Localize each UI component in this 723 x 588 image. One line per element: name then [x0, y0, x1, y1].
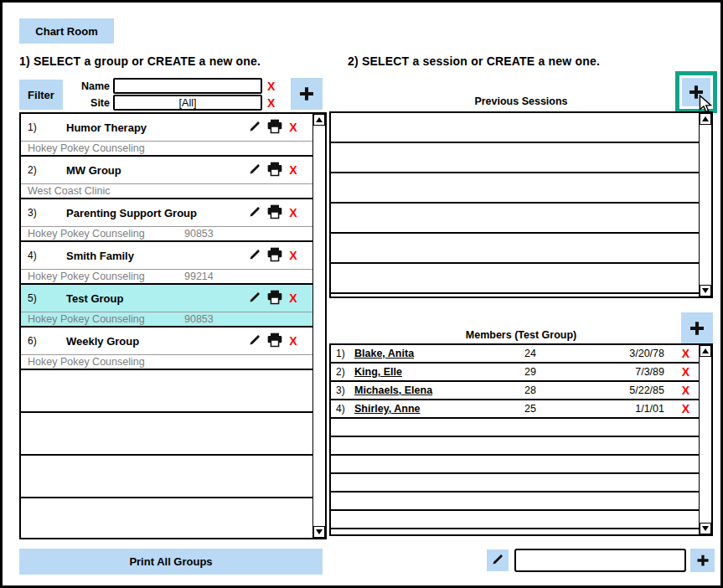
scroll-track[interactable]: [313, 126, 325, 526]
remove-member-button[interactable]: X: [673, 365, 699, 379]
empty-member-slot: [331, 474, 711, 493]
delete-group-button[interactable]: X: [285, 249, 302, 262]
add-group-button[interactable]: [291, 78, 323, 110]
empty-member-slot: [331, 437, 711, 456]
member-dob: 7/3/89: [564, 366, 673, 378]
delete-group-button[interactable]: X: [285, 206, 302, 219]
group-site: Hokey Pokey Counseling: [28, 271, 145, 282]
empty-group-slot: [21, 413, 325, 456]
group-site-row: Hokey Pokey Counseling: [21, 355, 325, 370]
group-row[interactable]: 3) Parenting Support Group X Hokey Pokey…: [21, 199, 325, 242]
empty-member-slot: [331, 456, 711, 474]
group-list: 1) Humor Therapy X Hokey Pokey Counselin…: [19, 112, 327, 539]
delete-group-button[interactable]: X: [285, 334, 302, 348]
scroll-down-arrow-icon[interactable]: [700, 285, 711, 297]
member-age: 29: [497, 366, 564, 378]
member-name-link[interactable]: Shirley, Anne: [354, 403, 497, 415]
remove-member-button[interactable]: X: [673, 347, 699, 360]
group-name-filter-input[interactable]: [113, 78, 262, 94]
session-name-input[interactable]: [514, 549, 686, 572]
group-code: 90853: [184, 313, 214, 325]
chart-room-button[interactable]: Chart Room: [19, 18, 114, 44]
remove-member-button[interactable]: X: [673, 402, 699, 415]
member-name-link[interactable]: Blake, Anita: [354, 348, 497, 359]
print-all-groups-button[interactable]: Print All Groups: [19, 549, 323, 575]
delete-group-button[interactable]: X: [285, 163, 302, 177]
scroll-down-arrow-icon[interactable]: [700, 523, 711, 534]
member-number: 1): [331, 348, 354, 359]
group-site: Hokey Pokey Counseling: [28, 228, 145, 240]
print-group-button[interactable]: [265, 161, 285, 179]
printer-icon: [266, 161, 283, 180]
group-number: 1): [28, 121, 49, 133]
scroll-down-arrow-icon[interactable]: [313, 526, 325, 538]
group-name[interactable]: Weekly Group: [66, 335, 139, 348]
print-group-button[interactable]: [265, 118, 285, 137]
print-group-button[interactable]: [265, 246, 285, 265]
group-number: 6): [28, 335, 49, 347]
group-name[interactable]: Smith Family: [66, 250, 134, 262]
pencil-icon: [249, 121, 261, 135]
sessions-scrollbar[interactable]: [699, 113, 711, 297]
remove-member-button[interactable]: X: [673, 384, 699, 397]
scroll-track[interactable]: [700, 357, 711, 523]
group-site: Hokey Pokey Counseling: [28, 313, 145, 325]
member-dob: 3/20/78: [564, 348, 673, 359]
group-site-row: West Coast Clinic: [21, 184, 325, 199]
clear-site-filter-button[interactable]: X: [267, 97, 275, 109]
pencil-icon: [249, 291, 261, 306]
members-scrollbar[interactable]: [699, 345, 711, 534]
scroll-up-arrow-icon[interactable]: [313, 114, 325, 126]
group-number: 4): [28, 250, 49, 261]
print-group-button[interactable]: [265, 332, 285, 350]
printer-icon: [266, 332, 283, 351]
edit-group-button[interactable]: [245, 118, 265, 137]
empty-member-slot: [331, 493, 711, 511]
mouse-cursor-icon: [699, 95, 712, 117]
clear-name-filter-button[interactable]: X: [267, 80, 275, 92]
members-list: 1) Blake, Anita 24 3/20/78 X 2) King, El…: [329, 343, 713, 536]
group-name[interactable]: Test Group: [66, 292, 123, 305]
group-site-row: Hokey Pokey Counseling 90853: [21, 312, 325, 328]
member-name-link[interactable]: Michaels, Elena: [354, 384, 497, 396]
empty-session-slot: [331, 264, 711, 294]
print-group-button[interactable]: [265, 289, 285, 307]
group-row[interactable]: 2) MW Group X West Coast Clinic: [21, 157, 325, 199]
pencil-icon: [492, 554, 504, 568]
member-name-link[interactable]: King, Elle: [354, 366, 497, 378]
group-row[interactable]: 1) Humor Therapy X Hokey Pokey Counselin…: [21, 114, 325, 157]
edit-group-button[interactable]: [245, 161, 265, 179]
printer-icon: [266, 118, 283, 137]
group-number: 5): [28, 292, 49, 304]
group-site: Hokey Pokey Counseling: [28, 356, 145, 368]
edit-group-button[interactable]: [245, 246, 265, 265]
delete-group-button[interactable]: X: [285, 121, 302, 134]
member-age: 24: [497, 348, 564, 359]
group-site: Hokey Pokey Counseling: [28, 142, 145, 154]
add-session-bottom-button[interactable]: [690, 549, 715, 572]
empty-member-slot: [331, 419, 711, 437]
print-group-button[interactable]: [265, 204, 285, 222]
group-code: 99214: [184, 271, 214, 282]
empty-session-slot: [331, 113, 711, 143]
group-list-scrollbar[interactable]: [312, 114, 325, 538]
edit-group-button[interactable]: [245, 332, 265, 350]
group-name[interactable]: Humor Therapy: [66, 121, 147, 134]
group-name[interactable]: MW Group: [66, 164, 121, 177]
pencil-icon: [249, 163, 261, 178]
member-age: 25: [497, 403, 564, 415]
empty-session-slot: [331, 234, 711, 264]
scroll-up-arrow-icon[interactable]: [700, 345, 711, 357]
edit-group-button[interactable]: [245, 289, 265, 307]
delete-group-button[interactable]: X: [285, 291, 302, 305]
member-age: 28: [497, 384, 564, 396]
scroll-track[interactable]: [700, 125, 711, 285]
group-row-selected[interactable]: 5) Test Group X Hokey Pokey Counseling 9…: [21, 285, 325, 328]
group-row[interactable]: 6) Weekly Group X Hokey Pokey Counseling: [21, 328, 325, 370]
edit-session-button[interactable]: [487, 549, 509, 571]
edit-group-button[interactable]: [245, 204, 265, 222]
group-row[interactable]: 4) Smith Family X Hokey Pokey Counseling…: [21, 242, 325, 285]
member-number: 2): [331, 366, 354, 378]
group-name[interactable]: Parenting Support Group: [66, 207, 197, 219]
site-filter-input[interactable]: [113, 95, 262, 111]
